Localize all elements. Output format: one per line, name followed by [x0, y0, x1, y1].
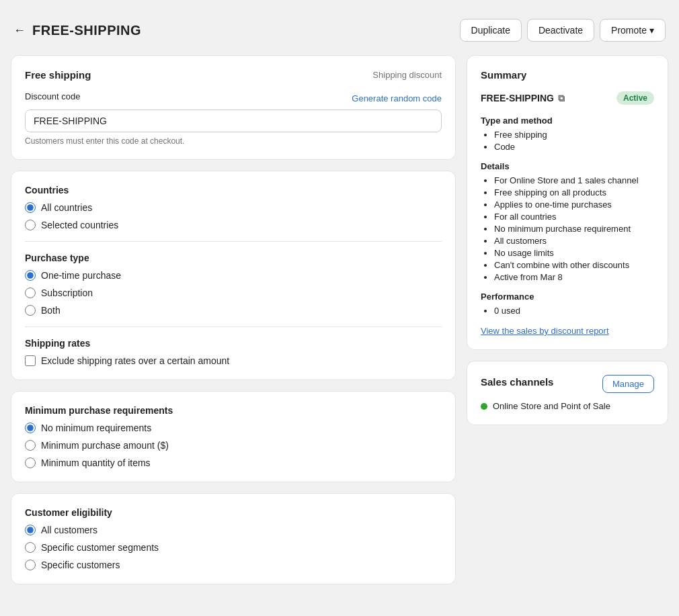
list-item: No usage limits [494, 248, 654, 258]
details-title: Details [481, 161, 654, 171]
summary-details: Details For Online Store and 1 sales cha… [481, 161, 654, 282]
back-button[interactable]: ← [13, 24, 26, 36]
discount-code-input[interactable] [25, 109, 442, 132]
one-time-label: One-time purchase [41, 270, 121, 281]
min-quantity-radio[interactable] [25, 457, 36, 468]
manage-button[interactable]: Manage [602, 375, 654, 393]
all-countries-label: All countries [41, 202, 92, 213]
page-header: ← FREE-SHIPPING Duplicate Deactivate Pro… [11, 11, 668, 55]
list-item: For all countries [494, 212, 654, 222]
minimum-purchase-title: Minimum purchase requirements [25, 405, 442, 416]
subscription-option[interactable]: Subscription [25, 288, 442, 298]
minimum-purchase-card: Minimum purchase requirements No minimum… [11, 391, 456, 482]
channel-item: Online Store and Point of Sale [481, 401, 654, 411]
all-customers-option[interactable]: All customers [25, 525, 442, 535]
countries-card: Countries All countries Selected countri… [11, 171, 456, 380]
header-actions: Duplicate Deactivate Promote ▾ [460, 19, 666, 42]
list-item: Can't combine with other discounts [494, 260, 654, 270]
both-label: Both [41, 305, 61, 316]
no-minimum-radio[interactable] [25, 423, 36, 433]
right-column: Summary FREE-SHIPPING ⧉ Active Type and … [467, 55, 668, 425]
report-link[interactable]: View the sales by discount report [481, 326, 609, 336]
countries-title: Countries [25, 185, 442, 195]
shipping-discount-subtitle: Shipping discount [372, 70, 442, 80]
free-shipping-title: Free shipping [25, 69, 91, 81]
copy-icon[interactable]: ⧉ [558, 93, 565, 104]
list-item: Applies to one-time purchases [494, 200, 654, 210]
summary-discount-name: FREE-SHIPPING ⧉ [481, 93, 565, 104]
one-time-option[interactable]: One-time purchase [25, 270, 442, 281]
summary-card: Summary FREE-SHIPPING ⧉ Active Type and … [467, 55, 668, 350]
customer-eligibility-card: Customer eligibility All customers Speci… [11, 493, 456, 584]
all-customers-label: All customers [41, 525, 97, 535]
countries-radio-group: All countries Selected countries [25, 202, 442, 230]
performance-list: 0 used [481, 306, 654, 316]
page-title: FREE-SHIPPING [32, 23, 141, 38]
list-item: 0 used [494, 306, 654, 316]
customer-eligibility-radio-group: All customers Specific customer segments… [25, 525, 442, 570]
performance-title: Performance [481, 292, 654, 302]
channel-active-dot [481, 403, 487, 410]
selected-countries-radio[interactable] [25, 220, 36, 230]
card-header: Free shipping Shipping discount [25, 69, 442, 81]
subscription-label: Subscription [41, 288, 93, 298]
summary-discount-row: FREE-SHIPPING ⧉ Active [481, 91, 654, 105]
summary-performance: Performance 0 used [481, 292, 654, 316]
discount-code-label: Discount code [25, 91, 80, 101]
list-item: Free shipping on all products [494, 187, 654, 197]
sales-channels-title: Sales channels [481, 376, 553, 388]
generate-random-code-link[interactable]: Generate random code [352, 93, 442, 103]
sales-channels-header: Sales channels Manage [481, 375, 654, 393]
type-method-title: Type and method [481, 116, 654, 126]
selected-countries-option[interactable]: Selected countries [25, 220, 442, 230]
all-countries-option[interactable]: All countries [25, 202, 442, 213]
no-minimum-label: No minimum requirements [41, 423, 151, 433]
both-radio[interactable] [25, 305, 36, 316]
min-purchase-amount-label: Minimum purchase amount ($) [41, 440, 169, 451]
free-shipping-card: Free shipping Shipping discount Discount… [11, 55, 456, 160]
type-method-list: Free shipping Code [481, 130, 654, 152]
list-item: Free shipping [494, 130, 654, 140]
promote-button[interactable]: Promote ▾ [600, 19, 666, 42]
min-purchase-amount-option[interactable]: Minimum purchase amount ($) [25, 440, 442, 451]
exclude-shipping-option[interactable]: Exclude shipping rates over a certain am… [25, 355, 442, 366]
main-layout: Free shipping Shipping discount Discount… [11, 55, 668, 584]
one-time-radio[interactable] [25, 270, 36, 281]
specific-segments-option[interactable]: Specific customer segments [25, 542, 442, 553]
list-item: Code [494, 142, 654, 152]
exclude-shipping-checkbox[interactable] [25, 355, 36, 366]
min-purchase-amount-radio[interactable] [25, 440, 36, 451]
purchase-type-radio-group: One-time purchase Subscription Both [25, 270, 442, 316]
divider-2 [25, 326, 442, 327]
channel-label: Online Store and Point of Sale [493, 401, 610, 411]
header-left: ← FREE-SHIPPING [13, 23, 141, 38]
both-option[interactable]: Both [25, 305, 442, 316]
deactivate-button[interactable]: Deactivate [527, 19, 594, 42]
specific-customers-label: Specific customers [41, 560, 120, 570]
duplicate-button[interactable]: Duplicate [460, 19, 522, 42]
summary-title: Summary [481, 69, 654, 81]
specific-segments-radio[interactable] [25, 542, 36, 553]
list-item: No minimum purchase requirement [494, 224, 654, 234]
all-countries-radio[interactable] [25, 202, 36, 213]
min-quantity-label: Minimum quantity of items [41, 457, 151, 468]
divider [25, 241, 442, 242]
list-item: For Online Store and 1 sales channel [494, 175, 654, 185]
purchase-type-title: Purchase type [25, 253, 442, 263]
left-column: Free shipping Shipping discount Discount… [11, 55, 456, 584]
no-minimum-option[interactable]: No minimum requirements [25, 423, 442, 433]
selected-countries-label: Selected countries [41, 220, 118, 230]
min-quantity-option[interactable]: Minimum quantity of items [25, 457, 442, 468]
customer-eligibility-title: Customer eligibility [25, 507, 442, 518]
chevron-down-icon: ▾ [649, 25, 654, 36]
shipping-rates-title: Shipping rates [25, 338, 442, 349]
details-list: For Online Store and 1 sales channel Fre… [481, 175, 654, 282]
specific-customers-radio[interactable] [25, 560, 36, 570]
discount-hint: Customers must enter this code at checko… [25, 136, 442, 146]
all-customers-radio[interactable] [25, 525, 36, 535]
subscription-radio[interactable] [25, 288, 36, 298]
specific-customers-option[interactable]: Specific customers [25, 560, 442, 570]
exclude-shipping-label: Exclude shipping rates over a certain am… [41, 355, 229, 366]
list-item: All customers [494, 236, 654, 246]
specific-segments-label: Specific customer segments [41, 542, 159, 553]
